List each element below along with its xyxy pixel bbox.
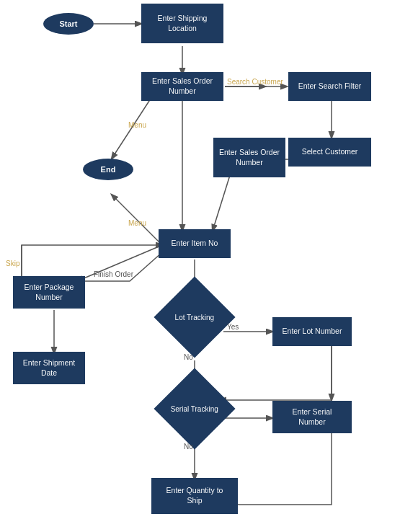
enter-serial-number-node: Enter Serial Number xyxy=(272,401,352,433)
flowchart: Start Enter Shipping Location Enter Sale… xyxy=(0,0,400,532)
lot-tracking-diamond: Lot Tracking xyxy=(154,276,235,358)
enter-search-filter-node: Enter Search Filter xyxy=(288,72,371,101)
yes1-label: Yes xyxy=(227,323,239,331)
svg-line-7 xyxy=(213,173,231,231)
no2-label: No xyxy=(184,443,193,451)
select-customer-node: Select Customer xyxy=(288,138,371,167)
enter-quantity-to-ship-node: Enter Quantity to Ship xyxy=(151,478,238,514)
enter-shipment-date-node: Enter Shipment Date xyxy=(13,352,85,384)
start-node: Start xyxy=(43,13,94,35)
enter-sales-order-number2-node: Enter Sales Order Number xyxy=(213,138,285,177)
menu1-label: Menu xyxy=(128,121,146,129)
enter-shipping-location-node: Enter Shipping Location xyxy=(141,4,223,43)
no1-label: No xyxy=(184,353,193,361)
serial-tracking-diamond: Serial Tracking xyxy=(154,368,235,449)
enter-sales-order-number1-node: Enter Sales Order Number xyxy=(141,72,223,101)
enter-lot-number-node: Enter Lot Number xyxy=(272,317,352,346)
skip-label: Skip xyxy=(6,260,19,267)
enter-package-number-node: Enter Package Number xyxy=(13,276,85,309)
end-node: End xyxy=(83,159,133,180)
enter-item-no-node: Enter Item No xyxy=(159,229,231,258)
menu2-label: Menu xyxy=(128,219,146,227)
search-customer-label: Search Customer xyxy=(227,78,283,86)
finish-order-label: Finish Order xyxy=(94,270,133,278)
